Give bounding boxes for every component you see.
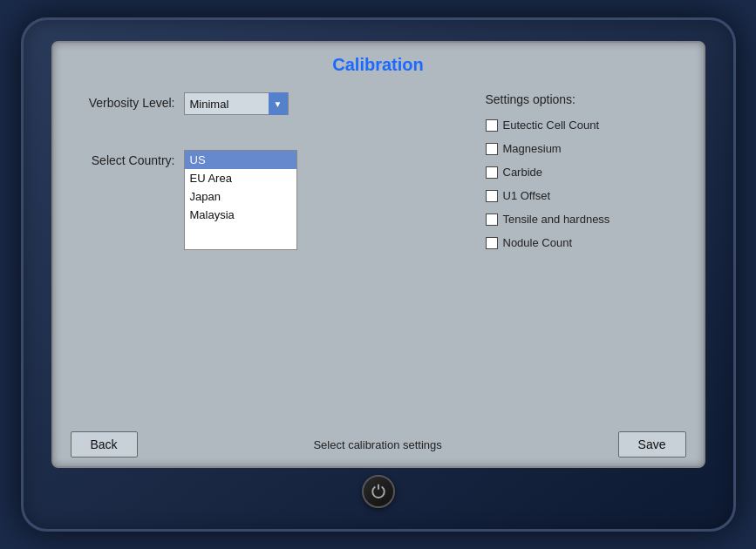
power-button[interactable] [362, 475, 395, 508]
save-button[interactable]: Save [618, 431, 686, 458]
checkbox-row-eutectic: Eutectic Cell Count [486, 119, 678, 132]
verbosity-label: Verbosity Level: [79, 92, 175, 110]
checkbox-label-carbide: Carbide [503, 166, 543, 179]
checkbox-eutectic[interactable] [486, 119, 498, 132]
country-label: Select Country: [79, 150, 175, 167]
screen-footer: Back Select calibration settings Save [53, 424, 704, 466]
checkbox-row-tensile: Tensile and hardness [486, 213, 678, 226]
country-listbox[interactable]: US EU Area Japan Malaysia [184, 150, 297, 250]
checkbox-label-tensile: Tensile and hardness [503, 213, 610, 226]
checkbox-row-u1offset: U1 Offset [486, 189, 678, 202]
right-panel: Settings options: Eutectic Cell Count Ma… [486, 92, 678, 416]
verbosity-select[interactable]: Minimal ▼ [184, 92, 289, 115]
status-text: Select calibration settings [313, 438, 441, 451]
checkbox-label-nodule: Nodule Count [503, 236, 573, 249]
country-row: Select Country: US EU Area Japan Malaysi… [79, 150, 468, 250]
checkbox-carbide[interactable] [486, 166, 498, 179]
verbosity-value: Minimal [185, 98, 269, 111]
screen: Calibration Verbosity Level: Minimal ▼ S… [51, 41, 705, 468]
device-frame: Calibration Verbosity Level: Minimal ▼ S… [21, 17, 736, 532]
verbosity-row: Verbosity Level: Minimal ▼ [79, 92, 468, 115]
country-item-malaysia[interactable]: Malaysia [185, 206, 296, 224]
settings-options-label: Settings options: [486, 92, 678, 106]
country-item-eu[interactable]: EU Area [185, 169, 296, 187]
checkbox-tensile[interactable] [486, 214, 498, 226]
checkbox-row-carbide: Carbide [486, 166, 678, 179]
power-icon [371, 484, 386, 499]
checkbox-label-magnesium: Magnesium [503, 142, 562, 155]
page-title: Calibration [53, 43, 704, 84]
checkbox-row-magnesium: Magnesium [486, 142, 678, 155]
screen-content: Verbosity Level: Minimal ▼ Select Countr… [53, 84, 704, 424]
verbosity-dropdown-arrow[interactable]: ▼ [269, 92, 288, 115]
left-panel: Verbosity Level: Minimal ▼ Select Countr… [79, 92, 468, 416]
checkbox-label-eutectic: Eutectic Cell Count [503, 119, 600, 132]
checkbox-row-nodule: Nodule Count [486, 236, 678, 249]
country-item-us[interactable]: US [185, 151, 296, 169]
checkbox-u1offset[interactable] [486, 190, 498, 202]
back-button[interactable]: Back [71, 431, 138, 458]
checkbox-magnesium[interactable] [486, 143, 498, 155]
checkbox-nodule[interactable] [486, 237, 498, 249]
country-item-japan[interactable]: Japan [185, 187, 296, 206]
checkbox-label-u1offset: U1 Offset [503, 189, 551, 202]
